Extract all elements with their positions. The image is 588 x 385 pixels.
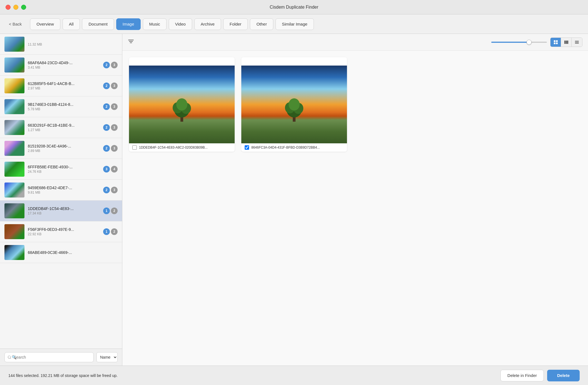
- svg-rect-9: [567, 41, 568, 44]
- tab-overview[interactable]: Overview: [30, 18, 60, 30]
- image-checkbox-1[interactable]: [132, 145, 137, 150]
- traffic-lights: [6, 5, 26, 10]
- list-item[interactable]: F56F3FF6-0ED3-497E-9... 22.92 KB 1 2: [0, 221, 122, 242]
- list-item[interactable]: 9459E686-ED42-4DE7-... 9.81 MB 2 3: [0, 180, 122, 201]
- file-info: 612B85F5-64F1-4ACB-B... 2.97 MB: [28, 81, 100, 90]
- file-badges: 2 3: [103, 62, 118, 68]
- file-badges: 1 2: [103, 228, 118, 235]
- svg-rect-7: [564, 41, 565, 44]
- file-name: 9B1746E3-01BB-4124-8...: [28, 102, 89, 107]
- image-preview: [129, 66, 235, 143]
- badge-count2: 3: [111, 62, 118, 68]
- title-bar: Cisdem Duplicate Finder: [0, 0, 588, 14]
- search-icon: 🔍: [12, 355, 16, 359]
- badge-count2: 3: [111, 124, 118, 131]
- image-filename-2: 8646FC3A-04D4-431F-BFBD-D3B9D72BB4...: [251, 146, 320, 149]
- file-name: 612B85F5-64F1-4ACB-B...: [28, 81, 89, 86]
- tab-folder[interactable]: Folder: [223, 18, 248, 30]
- file-list: 11.32 MB 68AF6A84-23CD-4D49-... 3.41 MB …: [0, 34, 122, 349]
- file-thumbnail: [4, 224, 24, 239]
- tab-other[interactable]: Other: [250, 18, 273, 30]
- file-name: 663D291F-8C1B-41BE-9...: [28, 123, 89, 128]
- minimize-button[interactable]: [13, 5, 18, 10]
- file-thumbnail: [4, 182, 24, 198]
- svg-point-22: [289, 98, 300, 111]
- file-info: 9459E686-ED42-4DE7-... 9.81 MB: [28, 186, 100, 194]
- badge-count1: 2: [103, 62, 110, 68]
- file-name: 68ABE489-0C3E-4669-...: [28, 250, 89, 255]
- badge-count1: 2: [103, 124, 110, 131]
- svg-rect-3: [554, 40, 555, 42]
- svg-rect-6: [556, 42, 558, 44]
- badge-count2: 2: [111, 228, 118, 235]
- file-info: 81519208-3C4E-4A96-... 2.89 MB: [28, 144, 100, 153]
- list-item[interactable]: 9B1746E3-01BB-4124-8... 5.78 MB 2 3: [0, 96, 122, 117]
- badge-count2: 2: [111, 208, 118, 214]
- file-badges: 1 2: [103, 208, 118, 214]
- tab-similar-image[interactable]: Similar Image: [276, 18, 314, 30]
- list-item[interactable]: 81519208-3C4E-4A96-... 2.89 MB 2 3: [0, 138, 122, 159]
- svg-rect-8: [566, 41, 567, 44]
- delete-button[interactable]: Delete: [547, 370, 580, 381]
- file-thumbnail: [4, 120, 24, 135]
- search-input[interactable]: [4, 352, 94, 362]
- list-item[interactable]: 6FFFB58E-FEBE-4930-... 24.76 KB 3 4: [0, 159, 122, 180]
- badge-count2: 3: [111, 187, 118, 193]
- sort-select[interactable]: Name Size Date: [96, 352, 118, 362]
- svg-rect-10: [575, 41, 579, 41]
- image-checkbox-2[interactable]: [245, 145, 249, 150]
- right-panel: 1DDEDB4F-1C54-4E83-A8C2-020D83B09B...: [122, 34, 588, 366]
- file-name: 81519208-3C4E-4A96-...: [28, 144, 89, 148]
- list-item[interactable]: 1DDEDB4F-1C54-4E83-... 17.34 KB 1 2: [0, 201, 122, 221]
- list-item[interactable]: 11.32 MB: [0, 34, 122, 55]
- file-name: 6FFFB58E-FEBE-4930-...: [28, 165, 89, 169]
- tab-music[interactable]: Music: [143, 18, 167, 30]
- list-item[interactable]: 663D291F-8C1B-41BE-9... 1.27 MB 2 3: [0, 117, 122, 138]
- file-thumbnail: [4, 78, 24, 93]
- view-list-button[interactable]: [572, 38, 582, 47]
- list-item[interactable]: 612B85F5-64F1-4ACB-B... 2.97 MB 2 3: [0, 76, 122, 96]
- tab-all[interactable]: All: [63, 18, 80, 30]
- left-panel: 11.32 MB 68AF6A84-23CD-4D49-... 3.41 MB …: [0, 34, 122, 366]
- file-badges: 2 3: [103, 187, 118, 193]
- image-card: 1DDEDB4F-1C54-4E83-A8C2-020D83B09B...: [129, 57, 235, 152]
- list-item[interactable]: 68AF6A84-23CD-4D49-... 3.41 MB 2 3: [0, 55, 122, 76]
- badge-count1: 2: [103, 82, 110, 89]
- close-button[interactable]: [6, 5, 11, 10]
- file-size: 11.32 MB: [28, 42, 118, 46]
- file-thumbnail: [4, 37, 24, 52]
- delete-in-finder-button[interactable]: Delete in Finder: [500, 370, 544, 381]
- file-size: 3.41 MB: [28, 66, 100, 69]
- svg-rect-12: [575, 43, 579, 44]
- badge-count1: 1: [103, 208, 110, 214]
- view-grid-button[interactable]: [550, 38, 561, 47]
- filter-icon[interactable]: [128, 39, 134, 45]
- back-button[interactable]: < Back: [6, 20, 25, 28]
- badge-count2: 3: [111, 103, 118, 110]
- tab-document[interactable]: Document: [82, 18, 114, 30]
- file-info: 6FFFB58E-FEBE-4930-... 24.76 KB: [28, 165, 100, 174]
- zoom-slider[interactable]: [491, 42, 547, 43]
- file-name: F56F3FF6-0ED3-497E-9...: [28, 227, 89, 232]
- file-size: 5.78 MB: [28, 107, 100, 111]
- file-name: 9459E686-ED42-4DE7-...: [28, 186, 89, 190]
- file-name: 68AF6A84-23CD-4D49-...: [28, 61, 89, 65]
- view-columns-button[interactable]: [561, 38, 572, 47]
- status-text: 144 files selected. 192.21 MB of storage…: [8, 373, 118, 378]
- file-thumbnail: [4, 141, 24, 156]
- file-name: 1DDEDB4F-1C54-4E83-...: [28, 206, 89, 211]
- file-thumbnail: [4, 203, 24, 218]
- file-thumbnail: [4, 162, 24, 177]
- badge-count2: 3: [111, 145, 118, 152]
- image-card-top: [129, 57, 235, 66]
- file-size: 1.27 MB: [28, 128, 100, 132]
- list-item[interactable]: 68ABE489-0C3E-4669-...: [0, 242, 122, 263]
- file-info: F56F3FF6-0ED3-497E-9... 22.92 KB: [28, 227, 100, 236]
- file-badges: 2 3: [103, 82, 118, 89]
- tab-video[interactable]: Video: [169, 18, 192, 30]
- tab-image[interactable]: Image: [116, 18, 141, 30]
- tab-archive[interactable]: Archive: [194, 18, 221, 30]
- file-thumbnail: [4, 99, 24, 114]
- maximize-button[interactable]: [21, 5, 26, 10]
- file-info: 1DDEDB4F-1C54-4E83-... 17.34 KB: [28, 206, 100, 215]
